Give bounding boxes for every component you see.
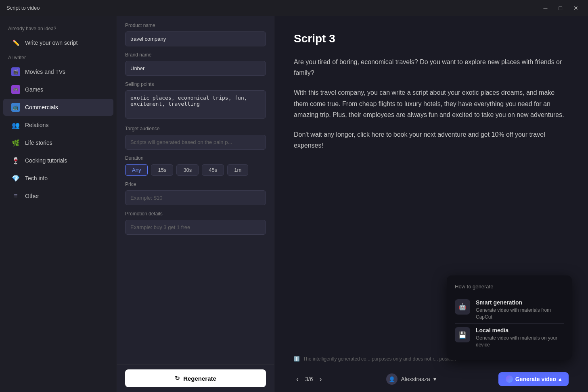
script-footer: ‹ 3/6 › 👤 Alexstrasza ▾ Generate video ▴: [274, 366, 588, 392]
chevron-up-icon: ▴: [559, 376, 561, 382]
smart-generation-icon: 🤖: [455, 299, 470, 315]
info-icon: ℹ️: [294, 356, 300, 362]
already-have-label: Already have an idea?: [0, 23, 117, 34]
sidebar-item-techinfo[interactable]: 💎 Tech info: [3, 170, 113, 187]
generate-label: Generate video: [515, 376, 556, 382]
form-footer: ↻ Regenerate: [117, 364, 274, 392]
local-media-text: Local media Generate video with material…: [476, 327, 564, 348]
local-media-title: Local media: [476, 327, 564, 334]
title-bar: Script to video ─ □ ✕: [0, 0, 588, 16]
cooking-icon: 🍷: [11, 156, 20, 165]
how-to-generate-popup: How to generate 🤖 Smart generation Gener…: [447, 275, 572, 360]
regenerate-button[interactable]: ↻ Regenerate: [125, 369, 266, 387]
smart-generation-desc: Generate video with materials from CapCu…: [476, 307, 564, 321]
sidebar-item-movies[interactable]: 🎬 Movies and TVs: [3, 63, 113, 80]
smart-generation-option[interactable]: 🤖 Smart generation Generate video with m…: [455, 296, 564, 324]
sidebar-item-techinfo-label: Tech info: [25, 175, 48, 181]
sidebar-item-lifestories[interactable]: 🌿 Life stories: [3, 134, 113, 151]
close-button[interactable]: ✕: [570, 3, 582, 13]
sidebar-item-lifestories-label: Life stories: [25, 140, 52, 146]
pagination: ‹ 3/6 ›: [294, 373, 324, 385]
duration-group: Any 15s 30s 45s 1m: [125, 164, 266, 176]
script-paragraph-1: Are you tired of boring, economical trav…: [294, 56, 569, 78]
selling-points-label: Selling points: [125, 81, 266, 87]
product-name-input[interactable]: [125, 31, 266, 46]
script-panel: Script 3 Are you tired of boring, econom…: [274, 16, 588, 392]
promotion-input[interactable]: [125, 220, 266, 235]
sidebar-item-cooking[interactable]: 🍷 Cooking tutorials: [3, 152, 113, 169]
duration-label: Duration: [125, 155, 266, 161]
lifestories-icon: 🌿: [11, 138, 20, 147]
target-audience-input[interactable]: [125, 135, 266, 150]
user-avatar: 👤: [386, 373, 398, 385]
popup-title: How to generate: [455, 284, 564, 290]
duration-30s[interactable]: 30s: [176, 164, 199, 176]
pencil-icon: ✏️: [11, 38, 20, 47]
regenerate-label: Regenerate: [183, 375, 216, 382]
script-title: Script 3: [294, 32, 569, 45]
form-panel: Product name Brand name Selling points e…: [117, 16, 274, 392]
brand-name-input[interactable]: [125, 61, 266, 76]
local-media-option[interactable]: 💾 Local media Generate video with materi…: [455, 323, 564, 352]
sidebar-item-write-own[interactable]: ✏️ Write your own script: [3, 34, 113, 51]
price-input[interactable]: [125, 190, 266, 205]
target-audience-label: Target audience: [125, 126, 266, 131]
sidebar-item-commercials[interactable]: 📺 Commercials: [3, 99, 113, 116]
smart-generation-text: Smart generation Generate video with mat…: [476, 299, 564, 321]
sidebar-item-relations-label: Relations: [25, 122, 48, 128]
product-name-label: Product name: [125, 23, 266, 28]
window-controls: ─ □ ✕: [540, 3, 582, 13]
sidebar-item-games[interactable]: 🎮 Games: [3, 81, 113, 98]
commercials-icon: 📺: [11, 103, 20, 112]
sidebar-item-cooking-label: Cooking tutorials: [25, 157, 67, 164]
page-indicator: 3/6: [305, 376, 313, 382]
sidebar-item-relations[interactable]: 👥 Relations: [3, 117, 113, 133]
chevron-down-icon: ▾: [433, 376, 436, 382]
sidebar-item-other[interactable]: ≡ Other: [3, 188, 113, 204]
selling-points-input[interactable]: exotic places, economical trips, fun, ex…: [125, 90, 266, 119]
ai-writer-label: AI writer: [0, 52, 117, 63]
promotion-label: Promotion details: [125, 211, 266, 217]
generate-video-button[interactable]: Generate video ▴: [498, 372, 569, 386]
sidebar-item-other-label: Other: [25, 193, 39, 199]
minimize-button[interactable]: ─: [540, 3, 551, 13]
local-media-icon: 💾: [455, 327, 470, 342]
smart-generation-title: Smart generation: [476, 299, 564, 306]
local-media-desc: Generate video with materials on your de…: [476, 335, 564, 348]
duration-45s[interactable]: 45s: [202, 164, 224, 176]
script-paragraph-3: Don't wait any longer, click here to boo…: [294, 129, 569, 151]
prev-page-button[interactable]: ‹: [294, 373, 301, 385]
app-title: Script to video: [6, 5, 40, 11]
user-name: Alexstrasza: [401, 376, 430, 382]
brand-name-label: Brand name: [125, 52, 266, 58]
techinfo-icon: 💎: [11, 174, 20, 183]
sidebar-item-movies-label: Movies and TVs: [25, 69, 65, 75]
generate-icon: [506, 375, 513, 383]
relations-icon: 👥: [11, 121, 20, 129]
duration-any[interactable]: Any: [125, 164, 148, 176]
script-paragraph-2: With this travel company, you can write …: [294, 87, 569, 120]
other-icon: ≡: [11, 192, 20, 200]
sidebar-item-commercials-label: Commercials: [25, 104, 58, 111]
price-label: Price: [125, 181, 266, 187]
sidebar-item-games-label: Games: [25, 86, 43, 93]
duration-15s[interactable]: 15s: [151, 164, 173, 176]
maximize-button[interactable]: □: [556, 3, 565, 13]
user-button[interactable]: 👤 Alexstrasza ▾: [381, 371, 441, 387]
info-text: The intelligently generated co... purpos…: [303, 356, 456, 362]
loading-icon: ↻: [175, 375, 180, 382]
sidebar-item-write-label: Write your own script: [25, 40, 77, 46]
next-page-button[interactable]: ›: [317, 373, 324, 385]
movies-icon: 🎬: [11, 67, 20, 76]
form-scroll: Product name Brand name Selling points e…: [117, 16, 274, 364]
sidebar: Already have an idea? ✏️ Write your own …: [0, 16, 117, 392]
games-icon: 🎮: [11, 85, 20, 94]
script-body: Are you tired of boring, economical trav…: [294, 56, 569, 151]
duration-1m[interactable]: 1m: [227, 164, 248, 176]
